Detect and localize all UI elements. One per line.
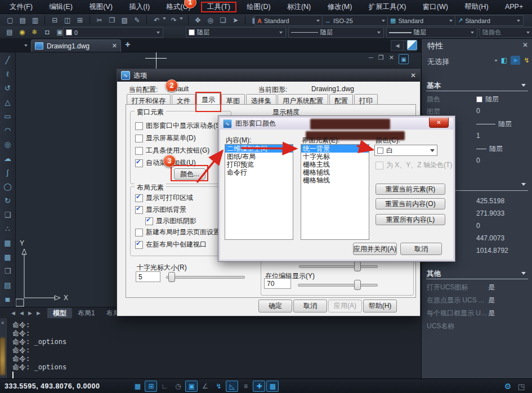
checkbox-icon[interactable]	[135, 229, 143, 236]
section-misc-collapse-icon[interactable]	[521, 272, 526, 275]
layer-bulb-icon[interactable]: ◉	[17, 26, 28, 37]
annotation-scale-icon[interactable]: ✚	[253, 381, 265, 392]
list-item[interactable]: 栅格辅线	[301, 168, 369, 176]
workspace-toggle-icon[interactable]: ▩	[266, 381, 279, 392]
prop-value[interactable]: 271.9033	[476, 209, 504, 217]
quick-properties-toggle-icon[interactable]: ≡	[239, 381, 252, 392]
layer-combo[interactable]: 0	[63, 27, 163, 38]
document-tab-close-icon[interactable]: ✕	[112, 42, 117, 50]
checkbox-icon[interactable]	[145, 217, 153, 225]
fullscreen-icon[interactable]: ◳	[515, 381, 527, 392]
snap-toggle-icon[interactable]: ⊞	[145, 381, 157, 392]
dynamic-input-toggle-icon[interactable]: ↯	[212, 381, 225, 392]
menu-help[interactable]: 帮助(H)	[457, 0, 495, 14]
tool-rotate-icon[interactable]: ↻	[2, 195, 14, 207]
prop-value[interactable]: 1014.8792	[476, 247, 508, 254]
print-icon[interactable]: ⊟	[50, 15, 60, 25]
window-close-icon[interactable]: ✕	[389, 54, 399, 61]
section-basic-collapse-icon[interactable]	[521, 84, 526, 87]
colors-button[interactable]: 颜色...	[174, 168, 205, 180]
checkbox-screen-menu[interactable]: 显示屏幕菜单(D)	[135, 133, 227, 143]
lineweight-combo[interactable]: 随层	[386, 27, 477, 38]
prop-value[interactable]: 425.5198	[476, 197, 504, 205]
selection-combo[interactable]: 无选择	[427, 57, 449, 67]
last-tab-icon[interactable]: ▶	[34, 310, 43, 316]
prop-value[interactable]: 随层	[476, 144, 503, 154]
undo-dropdown-icon[interactable]	[163, 17, 166, 20]
checkbox-icon[interactable]	[135, 159, 143, 167]
element-listbox[interactable]: 统一背景 十字光标 栅格主线 栅格辅线 栅格轴线	[301, 144, 369, 240]
prop-value[interactable]: 随层	[476, 119, 512, 129]
tool-gradient-icon[interactable]: ▩	[2, 251, 14, 263]
options-dialog-close-icon[interactable]: ✕	[410, 72, 416, 79]
tool-point-icon[interactable]: ∴	[2, 223, 14, 235]
dim-style-combo[interactable]: ↔ ISO-25	[322, 15, 388, 26]
list-item[interactable]: 命令行	[225, 168, 293, 176]
ortho-toggle-icon[interactable]: ∟	[158, 381, 171, 392]
list-item[interactable]: 十字光标	[301, 153, 369, 160]
checkbox-icon[interactable]	[135, 194, 143, 202]
tool-text-icon[interactable]: ◙	[2, 293, 14, 305]
plotstyle-combo[interactable]: 随颜色	[480, 27, 532, 38]
layer-lock-icon[interactable]: ◘	[42, 26, 52, 37]
print-preview-icon[interactable]: ◫	[62, 15, 73, 25]
crosshair-size-input[interactable]: 5	[136, 271, 160, 282]
layer-properties-icon[interactable]: ▤	[4, 26, 15, 37]
list-item[interactable]: 统一背景	[301, 145, 369, 153]
undo-icon[interactable]: ↶	[151, 15, 162, 25]
tool-line-icon[interactable]: ╱	[2, 54, 14, 66]
tool-rectangle-icon[interactable]: ▭	[2, 110, 14, 122]
tool-polygon-icon[interactable]: △	[2, 96, 14, 108]
prop-value[interactable]: 是	[488, 309, 495, 318]
table-style-combo[interactable]: ▦ Standard	[387, 15, 456, 26]
options-dialog-titlebar[interactable]: ∿ 选项 ✕	[117, 69, 420, 82]
restore-context-button[interactable]: 重置当前内容(O)	[375, 198, 445, 209]
list-item[interactable]: 栅格主线	[301, 160, 369, 168]
redo-icon[interactable]: ↷	[168, 15, 179, 25]
osnap-toggle-icon[interactable]: ▣	[185, 381, 198, 392]
zoom-window-icon[interactable]: ❏	[218, 15, 229, 25]
menu-dimension[interactable]: 标注(N)	[280, 0, 318, 14]
section-misc[interactable]: 其他	[427, 269, 441, 279]
match-properties-icon[interactable]: ✎	[132, 15, 142, 25]
prop-value[interactable]: 随层	[476, 95, 499, 104]
tab-model[interactable]: 模型	[47, 308, 72, 319]
prop-value[interactable]: 是	[488, 283, 495, 292]
new-document-tab-icon[interactable]: ✚	[125, 41, 130, 48]
command-input-caret[interactable]	[12, 372, 14, 378]
tool-table-icon[interactable]: ▤	[2, 279, 14, 291]
polar-toggle-icon[interactable]: ◷	[172, 381, 184, 392]
tool-spline-icon[interactable]: ∫	[2, 167, 14, 178]
prop-value[interactable]: 0	[476, 107, 480, 115]
document-tab[interactable]: Drawing1.dwg ✕	[31, 39, 121, 52]
restore-all-button[interactable]: 重置所有内容(L)	[375, 214, 445, 225]
menu-insert[interactable]: 插入(I)	[122, 0, 157, 14]
prop-value[interactable]: 0	[476, 222, 480, 230]
selection-combo-caret-icon[interactable]	[494, 60, 498, 62]
tool-region-icon[interactable]: ❒	[2, 265, 14, 277]
select-objects-icon[interactable]: ➤	[511, 56, 520, 65]
mleader-style-combo[interactable]: ↗ Standard	[455, 15, 524, 26]
eraser-icon[interactable]	[407, 40, 417, 50]
copy-icon[interactable]: ❐	[106, 15, 117, 25]
menu-tools[interactable]: 工具(T) 1	[200, 0, 238, 14]
context-listbox[interactable]: 二维模型空间 图纸/布局 打印预览 命令行	[225, 144, 293, 240]
inplace-edit-input[interactable]: 70	[264, 278, 291, 289]
menu-app-plus[interactable]: APP+	[498, 0, 530, 14]
crosshair-size-slider-thumb[interactable]	[168, 272, 175, 282]
zoom-realtime-icon[interactable]: ◎	[205, 15, 216, 25]
checkbox-paper-shadow[interactable]: 显示图纸阴影	[145, 216, 227, 226]
help-button[interactable]: 帮助(H)	[363, 300, 397, 312]
window-restore-icon[interactable]: ❐	[378, 54, 389, 61]
doc-list-dropdown-icon[interactable]	[24, 44, 28, 47]
inplace-edit-slider-thumb[interactable]	[354, 280, 361, 290]
prop-value[interactable]: 447.0073	[476, 234, 504, 242]
restore-element-button[interactable]: 重置当前元素(R)	[375, 184, 445, 195]
zoom-previous-icon[interactable]: ➤	[230, 15, 241, 25]
section-view-collapse-icon[interactable]	[521, 183, 526, 186]
new-file-icon[interactable]: ▢	[5, 15, 15, 25]
open-file-icon[interactable]: ▤	[17, 15, 28, 25]
section-basic[interactable]: 基本	[427, 81, 441, 91]
tool-ellipse-icon[interactable]: ◯	[2, 181, 14, 193]
menu-express-tools[interactable]: 扩展工具(X)	[361, 0, 414, 14]
